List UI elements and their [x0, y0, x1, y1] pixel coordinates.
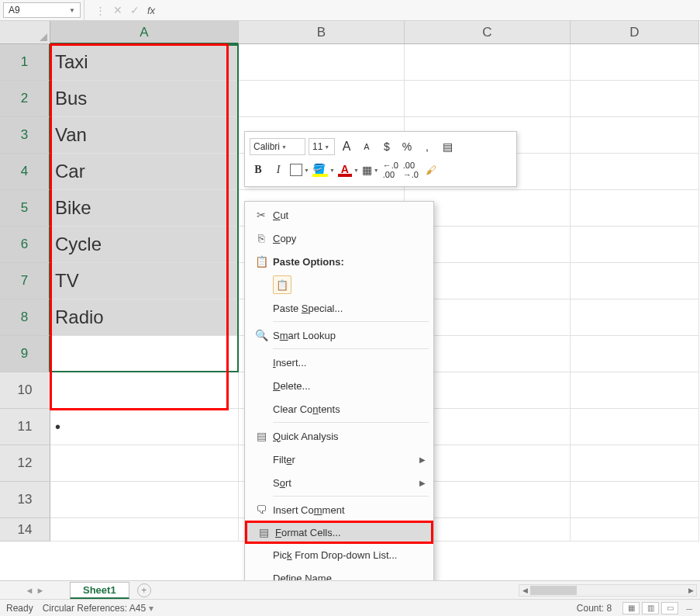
font-size-dropdown[interactable]: 11▼ — [309, 138, 335, 155]
cell-A9[interactable] — [50, 336, 239, 372]
cell-D6[interactable] — [571, 227, 699, 263]
row-header-6[interactable]: 6 — [0, 227, 50, 263]
italic-button[interactable]: I — [270, 161, 287, 178]
add-sheet-button[interactable]: + — [137, 583, 151, 597]
cell-D8[interactable] — [571, 299, 699, 336]
merge-center-icon[interactable]: ▤ — [439, 138, 456, 155]
cell-B1[interactable] — [239, 44, 405, 81]
menu-item-delete[interactable]: Delete... — [245, 374, 433, 397]
cell-D14[interactable] — [571, 518, 699, 542]
menu-item-format-cells[interactable]: ▤ Format Cells... — [245, 521, 433, 544]
cell-A12[interactable] — [50, 445, 239, 482]
row-header-3[interactable]: 3 — [0, 117, 50, 154]
currency-button[interactable]: $ — [378, 138, 395, 155]
bold-button[interactable]: B — [250, 161, 267, 178]
view-normal-button[interactable]: ▦ — [622, 602, 640, 614]
cell-A5[interactable]: Bike — [50, 190, 239, 227]
cell-A11[interactable]: • — [50, 409, 239, 445]
border-dropdown[interactable]: ▼ — [290, 161, 309, 178]
cell-A3[interactable]: Van — [50, 117, 239, 154]
cell-A1[interactable]: Taxi — [50, 44, 239, 81]
comma-button[interactable]: , — [419, 138, 436, 155]
scroll-left-arrow-icon[interactable]: ◀ — [519, 585, 530, 596]
fx-icon[interactable]: fx — [147, 5, 155, 16]
menu-item-insert[interactable]: Insert... — [245, 351, 433, 374]
cell-D4[interactable] — [571, 154, 699, 190]
cell-A14[interactable] — [50, 518, 239, 542]
decrease-decimal-button[interactable]: .00→.0 — [402, 161, 419, 178]
cell-A4[interactable]: Car — [50, 154, 239, 190]
menu-item-copy[interactable]: ⎘ Copy — [245, 227, 433, 250]
cell-D9[interactable] — [571, 336, 699, 372]
scroll-thumb[interactable] — [530, 586, 577, 595]
cell-D7[interactable] — [571, 263, 699, 299]
name-box[interactable]: A9 ▼ — [3, 2, 81, 18]
borders-dropdown[interactable]: ▦▼ — [362, 161, 379, 178]
cell-D10[interactable] — [571, 372, 699, 409]
increase-decimal-button[interactable]: ←.0.00 — [382, 161, 399, 178]
cell-D2[interactable] — [571, 81, 699, 117]
paste-button[interactable]: 📋 — [273, 275, 291, 294]
font-family-dropdown[interactable]: Calibri▼ — [250, 138, 305, 155]
row-header-10[interactable]: 10 — [0, 372, 50, 409]
cancel-icon[interactable]: ✕ — [113, 4, 122, 16]
cell-A7[interactable]: TV — [50, 263, 239, 299]
select-all-corner[interactable] — [0, 21, 50, 44]
row-header-12[interactable]: 12 — [0, 445, 50, 482]
menu-item-insert-comment[interactable]: 🗨 Insert Comment — [245, 498, 433, 521]
format-painter-icon[interactable]: 🖌 — [422, 161, 440, 178]
menu-item-cut[interactable]: ✂ Cut — [245, 203, 433, 227]
cell-D12[interactable] — [571, 445, 699, 482]
accept-icon[interactable]: ✓ — [130, 4, 140, 16]
sheet-tab-nav[interactable]: ◄ ► — [0, 586, 70, 595]
row-header-8[interactable]: 8 — [0, 299, 50, 336]
row-header-7[interactable]: 7 — [0, 263, 50, 299]
row-header-4[interactable]: 4 — [0, 154, 50, 190]
percent-button[interactable]: % — [398, 138, 416, 155]
cell-A6[interactable]: Cycle — [50, 227, 239, 263]
cell-D11[interactable] — [571, 409, 699, 445]
cell-C1[interactable] — [405, 44, 571, 81]
cell-C2[interactable] — [405, 81, 571, 117]
increase-font-button[interactable]: A — [338, 138, 355, 155]
menu-item-clear-contents[interactable]: Clear Contents — [245, 397, 433, 420]
column-header-D[interactable]: D — [571, 21, 699, 44]
menu-item-quick-analysis[interactable]: ▤ Quick Analysis — [245, 424, 433, 448]
cell-A13[interactable] — [50, 482, 239, 518]
menu-item-smart-lookup[interactable]: 🔍 Smart Lookup — [245, 324, 433, 347]
sheet-tab-active[interactable]: Sheet1 — [70, 582, 129, 599]
circular-refs-menu-icon[interactable]: ▾ — [149, 603, 153, 614]
decrease-font-button[interactable]: A — [358, 138, 375, 155]
row-header-1[interactable]: 1 — [0, 44, 50, 81]
menu-item-pick-list[interactable]: Pick From Drop-down List... — [245, 543, 433, 566]
scroll-right-arrow-icon[interactable]: ▶ — [685, 585, 696, 596]
column-header-B[interactable]: B — [239, 21, 405, 44]
fill-color-dropdown[interactable]: 🪣▼ — [312, 161, 335, 178]
options-icon[interactable]: ⋮ — [95, 5, 105, 16]
view-pagelayout-button[interactable]: ▥ — [642, 602, 659, 614]
cell-D3[interactable] — [571, 117, 699, 154]
menu-item-paste-special[interactable]: Paste Special... — [245, 296, 433, 320]
row-header-5[interactable]: 5 — [0, 190, 50, 227]
row-header-9[interactable]: 9 — [0, 336, 50, 372]
cell-D13[interactable] — [571, 482, 699, 518]
menu-item-filter[interactable]: Filter ▶ — [245, 448, 433, 471]
cell-A8[interactable]: Radio — [50, 299, 239, 336]
row-header-14[interactable]: 14 — [0, 518, 50, 542]
cell-B2[interactable] — [239, 81, 405, 117]
column-header-C[interactable]: C — [405, 21, 571, 44]
cell-A2[interactable]: Bus — [50, 81, 239, 117]
cell-D1[interactable] — [571, 44, 699, 81]
row-header-11[interactable]: 11 — [0, 409, 50, 445]
row-header-2[interactable]: 2 — [0, 81, 50, 117]
menu-item-sort[interactable]: Sort ▶ — [245, 471, 433, 494]
zoom-out-button[interactable]: – — [686, 602, 694, 614]
cell-D5[interactable] — [571, 190, 699, 227]
view-pagebreak-button[interactable]: ▭ — [661, 602, 678, 614]
name-box-dropdown-icon[interactable]: ▼ — [69, 7, 75, 14]
column-header-A[interactable]: A — [50, 21, 239, 44]
row-header-13[interactable]: 13 — [0, 482, 50, 518]
formula-input[interactable] — [166, 0, 700, 20]
cell-A10[interactable] — [50, 372, 239, 409]
font-color-dropdown[interactable]: A▼ — [338, 161, 359, 178]
